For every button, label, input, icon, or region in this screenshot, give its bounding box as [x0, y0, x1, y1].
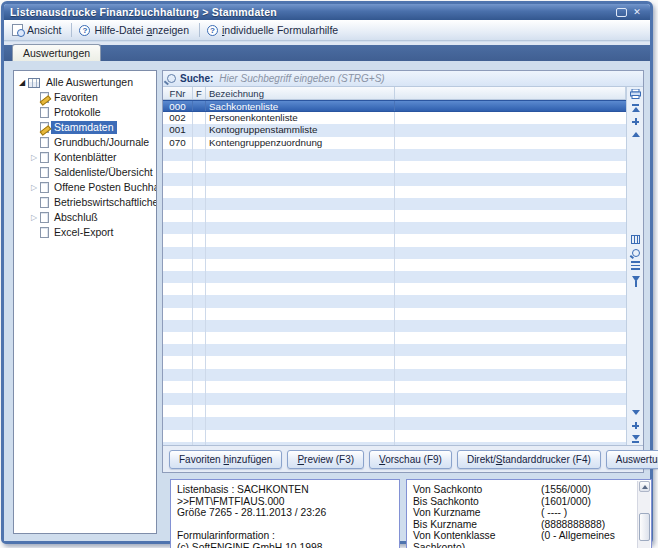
ansicht-button[interactable]: Ansicht — [8, 23, 68, 37]
column-header-fnr[interactable]: FNr — [163, 87, 193, 99]
help-icon: ? — [79, 25, 90, 36]
tree-item-abschluss[interactable]: ▷ Abschluß — [16, 210, 154, 225]
report-folder-icon — [28, 78, 40, 88]
tree-item-protokolle[interactable]: Protokolle — [16, 105, 154, 120]
info-line: Größe 7265 - 28.11.2013 / 23:26 — [177, 507, 393, 519]
favoriten-hinzufuegen-button[interactable]: Favoriten hinzufügen — [169, 450, 282, 469]
report-table: FNr F Bezeichnung 000 Sachkontenliste 00… — [163, 87, 626, 445]
next-record-icon[interactable] — [629, 407, 642, 418]
table-sidebar — [626, 87, 643, 445]
empty-rows-area — [163, 149, 626, 445]
tree-item-favoriten[interactable]: Favoriten — [16, 90, 154, 105]
collapsed-arrow-icon[interactable]: ▷ — [28, 153, 40, 162]
page-icon — [40, 137, 49, 148]
column-header-bezeichnung[interactable]: Bezeichnung — [206, 87, 395, 99]
application-window: Listenausdrucke Finanzbuchhaltung > Stam… — [1, 1, 653, 544]
formularhilfe-label: individuelle Formularhilfe — [222, 24, 338, 36]
formularhilfe-button[interactable]: ? individuelle Formularhilfe — [203, 23, 345, 37]
direkt-standarddrucker-button[interactable]: Direkt/Standarddrucker (F4) — [457, 450, 601, 469]
search-bar: Suche: — [163, 71, 643, 87]
page-icon — [40, 227, 49, 238]
table-row[interactable]: 000 Sachkontenliste — [163, 100, 626, 112]
table-header: FNr F Bezeichnung — [163, 87, 626, 100]
param-line: Von Kontenklasse(0 - Allgemeines — [413, 530, 635, 542]
search-label: Suche: — [180, 73, 213, 84]
close-icon[interactable]: ✕ — [630, 6, 644, 18]
expanded-arrow-icon[interactable]: ◢ — [16, 78, 28, 87]
tree-item-offene-posten[interactable]: ▷ Offene Posten Buchhaltung — [16, 180, 154, 195]
filter-icon[interactable] — [629, 273, 642, 284]
prev-record-icon[interactable] — [629, 129, 642, 140]
tab-auswertungen[interactable]: Auswertungen — [12, 44, 101, 61]
zoom-icon[interactable] — [629, 247, 642, 258]
insert-record-icon[interactable] — [629, 116, 642, 127]
sort-icon[interactable] — [629, 260, 642, 271]
last-record-icon[interactable] — [629, 433, 642, 444]
scroll-up-icon[interactable] — [639, 481, 650, 492]
info-line — [177, 519, 393, 531]
param-line: Bis Kurzname(8888888888) — [413, 519, 635, 531]
collapsed-arrow-icon[interactable]: ▷ — [28, 213, 40, 222]
action-button-bar: Favoriten hinzufügen Preview (F3) Vorsch… — [163, 445, 643, 472]
columns-icon[interactable] — [629, 234, 642, 245]
tree-item-saldenliste[interactable]: Saldenliste/Übersicht — [16, 165, 154, 180]
vorschau-button[interactable]: Vorschau (F9) — [369, 450, 452, 469]
scrollbar-thumb[interactable] — [639, 513, 650, 541]
column-header-f[interactable]: F — [193, 87, 206, 99]
toolbar-separator — [71, 23, 72, 37]
param-line: Von Sachkonto(1556/000) — [413, 484, 635, 496]
info-line: (c) SoftENGINE GmbH 10.1998 — [177, 542, 393, 548]
tree-root-alle-auswertungen[interactable]: ◢ Alle Auswertungen — [16, 75, 154, 90]
first-record-icon[interactable] — [629, 103, 642, 114]
tree-item-grundbuch-journale[interactable]: Grundbuch/Journale — [16, 135, 154, 150]
param-line: Bis Sachkonto(1601/000) — [413, 496, 635, 508]
screenshot-stage: Listenausdrucke Finanzbuchhaltung > Stam… — [0, 0, 658, 548]
add-record-icon[interactable] — [629, 420, 642, 431]
title-bar: Listenausdrucke Finanzbuchhaltung > Stam… — [4, 4, 650, 20]
hilfe-datei-button[interactable]: ? Hilfe-Datei anzeigen — [75, 23, 196, 37]
tab-strip: Auswertungen — [4, 42, 650, 61]
page-icon — [40, 197, 49, 208]
parameter-info-panel: Von Sachkonto(1556/000) Bis Sachkonto(16… — [406, 479, 652, 548]
info-line: Listenbasis : SACHKONTEN — [177, 484, 393, 496]
param-line: Von Kurzname( ---- ) — [413, 507, 635, 519]
table-row[interactable]: 070 Kontengruppenzuordnung — [163, 137, 626, 149]
search-icon — [167, 74, 176, 83]
page-icon — [40, 167, 49, 178]
document-magnifier-icon — [12, 24, 23, 36]
auswertung-drucken-button[interactable]: Auswertung drucken — [606, 450, 658, 469]
report-list-panel: Suche: FNr F Bezeichnung 000 Sachkontenl… — [162, 70, 644, 473]
page-icon — [40, 182, 49, 193]
search-input[interactable] — [217, 72, 639, 85]
preview-button[interactable]: Preview (F3) — [287, 450, 364, 469]
tree-item-betriebswirtschaftliche[interactable]: Betriebswirtschaftliche Auswertungen — [16, 195, 154, 210]
info-line: Formularinformation : — [177, 530, 393, 542]
evaluations-tree: ◢ Alle Auswertungen Favoriten Protokolle… — [13, 70, 157, 534]
page-icon — [40, 212, 49, 223]
table-row[interactable]: 002 Personenkontenliste — [163, 112, 626, 124]
page-pencil-icon — [40, 92, 49, 103]
list-info-panel: Listenbasis : SACHKONTEN >>FMT\FMTFIAUS.… — [170, 479, 400, 548]
window-title: Listenausdrucke Finanzbuchhaltung > Stam… — [10, 6, 613, 18]
info-line: >>FMT\FMTFIAUS.000 — [177, 496, 393, 508]
toolbar-separator — [199, 23, 200, 37]
page-icon — [40, 107, 49, 118]
param-line: Sachkonto) — [413, 542, 635, 548]
tree-item-stammdaten[interactable]: Stammdaten — [16, 120, 154, 135]
tree-item-excel-export[interactable]: Excel-Export — [16, 225, 154, 240]
collapsed-arrow-icon[interactable]: ▷ — [28, 183, 40, 192]
hilfe-datei-label: Hilfe-Datei anzeigen — [94, 24, 189, 36]
tree-item-kontenblaetter[interactable]: ▷ Kontenblätter — [16, 150, 154, 165]
main-toolbar: Ansicht ? Hilfe-Datei anzeigen ? individ… — [4, 20, 650, 41]
page-pencil-icon — [40, 122, 49, 133]
print-icon[interactable] — [629, 88, 642, 99]
restore-icon[interactable] — [616, 8, 627, 17]
column-header-empty[interactable] — [395, 87, 626, 99]
content-area: ◢ Alle Auswertungen Favoriten Protokolle… — [4, 61, 650, 541]
help-icon: ? — [207, 25, 218, 36]
ansicht-label: Ansicht — [27, 24, 61, 36]
info-scrollbar[interactable] — [637, 481, 650, 548]
table-row[interactable]: 001 Kontogruppenstammliste — [163, 124, 626, 136]
page-icon — [40, 152, 49, 163]
